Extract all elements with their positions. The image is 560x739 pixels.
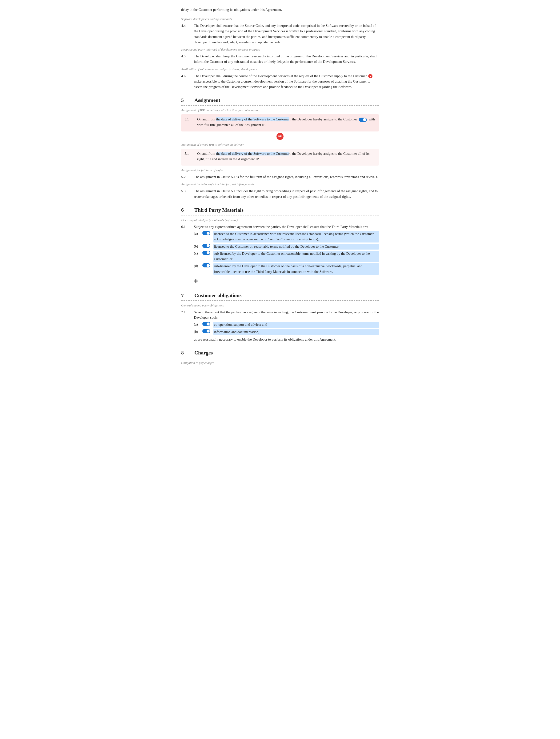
clause-5-2-number: 5.2 <box>181 174 191 180</box>
list-text-7a: co-operation, support and advice; and <box>214 322 379 328</box>
toggle-6-1c[interactable] <box>202 251 211 255</box>
list-label-d: (d) <box>194 263 200 269</box>
clause-7-1-content: Save to the extent that the parties have… <box>194 309 379 342</box>
clause-7-1-bottom: as are reasonably necessary to enable th… <box>194 337 379 342</box>
toggle-knob-7-1a <box>206 322 209 325</box>
clause-4-6: Availability of software to second party… <box>181 67 379 90</box>
clause-5-1-with: with <box>369 117 375 121</box>
list-item: (a) licensed to the Customer in accordan… <box>194 231 379 243</box>
intro-text: delay in the Customer performing its obl… <box>181 7 379 12</box>
list-item: (d) sub-licensed by the Developer to the… <box>194 263 379 275</box>
list-label-7b: (b) <box>194 329 200 334</box>
toggle-knob-6-1b <box>206 244 209 247</box>
clause-5-1-heading-a: Assignment of IPR on delivery with full … <box>181 108 379 113</box>
clause-5-2-heading: Assignment for full term of rights <box>181 168 379 173</box>
clause-6-1-heading: Licensing of third party materials (soft… <box>181 218 379 223</box>
clause-5-3-heading: Assignment includes right to claim for p… <box>181 182 379 187</box>
list-item: (b) licensed to the Customer on reasonab… <box>194 244 379 250</box>
list-label-b: (b) <box>194 244 200 249</box>
section-8-title: Charges <box>194 349 213 357</box>
section-5-title: Assignment <box>194 96 220 104</box>
section-7-heading: 7 Customer obligations <box>181 291 379 301</box>
clause-6-1-list: (a) licensed to the Customer in accordan… <box>194 231 379 275</box>
clause-4-6-text-after: make accessible to the Customer a curren… <box>194 80 370 89</box>
clause-5-2-text: The assignment in Clause 5.1 is for the … <box>194 174 379 180</box>
clause-6-1-intro: Subject to any express written agreement… <box>194 224 379 230</box>
red-dot-icon: ● <box>368 74 373 78</box>
clause-5-1-option-b-row: 5.1 On and from the date of delivery of … <box>184 151 376 162</box>
clause-5-2: Assignment for full term of rights 5.2 T… <box>181 168 379 180</box>
clause-7-1: General second party obligations 7.1 Sav… <box>181 303 379 342</box>
clause-5-3-text: The assignment in Clause 5.1 includes th… <box>194 188 379 199</box>
clause-5-3-number: 5.3 <box>181 188 191 194</box>
clause-5-1-number-a: 5.1 <box>184 117 194 122</box>
section-5-heading: 5 Assignment <box>181 96 379 106</box>
section-8-heading: 8 Charges <box>181 349 379 358</box>
toggle-6-1d[interactable] <box>202 263 211 267</box>
clause-6-1-row: 6.1 Subject to any express written agree… <box>181 224 379 285</box>
clause-5-1-heading-b: Assignment of owned IPR in software on d… <box>181 142 379 147</box>
section-8-number: 8 <box>181 349 189 357</box>
list-label-a: (a) <box>194 231 200 237</box>
clause-4-4-number: 4.4 <box>181 23 191 28</box>
clause-4-4-text: The Developer shall ensure that the Sour… <box>194 23 379 45</box>
clause-5-2-row: 5.2 The assignment in Clause 5.1 is for … <box>181 174 379 180</box>
clause-5-3-row: 5.3 The assignment in Clause 5.1 include… <box>181 188 379 199</box>
clause-4-5: Keep second party informed of developmen… <box>181 47 379 64</box>
clause-4-6-text-before: The Developer shall during the course of… <box>194 74 367 78</box>
or-badge: OR <box>181 133 379 140</box>
list-label-7a: (a) <box>194 322 200 327</box>
toggle-knob-5-1 <box>363 118 366 121</box>
clause-5-1-text-b: On and from the date of delivery of the … <box>197 151 376 162</box>
clause-4-4-row: 4.4 The Developer shall ensure that the … <box>181 23 379 45</box>
clause-4-5-number: 4.5 <box>181 54 191 59</box>
section-6-title: Third Party Materials <box>194 206 244 214</box>
clause-5-1-option-a: 5.1 On and from the date of delivery of … <box>181 114 379 132</box>
clause-5-1: Assignment of IPR on delivery with full … <box>181 108 379 166</box>
clause-4-5-text: The Developer shall keep the Customer re… <box>194 54 379 65</box>
clause-5-1-text-end-val: all of the Assignment IP. <box>231 123 266 127</box>
toggle-knob-6-1c <box>206 251 209 254</box>
clause-5-1-option-a-row: 5.1 On and from the date of delivery of … <box>184 117 376 128</box>
clause-4-6-number: 4.6 <box>181 73 191 79</box>
clause-5-1-text-before: On and from <box>197 117 215 121</box>
section-8-italic: Obligation to pay charges <box>181 360 379 365</box>
list-text-7b: information and documentation, <box>214 329 379 335</box>
clause-6-1: Licensing of third party materials (soft… <box>181 218 379 285</box>
section-5-number: 5 <box>181 96 189 104</box>
clause-4-4: Software development coding standards 4.… <box>181 17 379 45</box>
section-7-title: Customer obligations <box>194 291 242 299</box>
toggle-6-1a[interactable] <box>202 231 211 235</box>
list-label-c: (c) <box>194 251 200 256</box>
list-text-c: sub-licensed by the Developer to the Cus… <box>214 251 379 262</box>
list-item: (c) sub-licensed by the Developer to the… <box>194 251 379 262</box>
clause-6-1-content: Subject to any express written agreement… <box>194 224 379 285</box>
clause-7-1-row: 7.1 Save to the extent that the parties … <box>181 309 379 342</box>
toggle-7-1b[interactable] <box>202 329 211 333</box>
list-text-a: licensed to the Customer in accordance w… <box>214 231 379 243</box>
clause-5-1b-text-before: On and from <box>197 152 215 155</box>
toggle-7-1a[interactable] <box>202 322 211 326</box>
clause-4-5-row: 4.5 The Developer shall keep the Custome… <box>181 54 379 65</box>
add-item-button[interactable]: ✚ <box>194 278 198 285</box>
clause-5-1-highlight-1: the date of delivery of the Software to … <box>216 117 289 121</box>
clause-4-6-row: 4.6 The Developer shall during the cours… <box>181 73 379 90</box>
clause-5-1b-highlight: the date of delivery of the Software to … <box>216 152 289 155</box>
clause-4-6-heading: Availability of software to second party… <box>181 67 379 72</box>
clause-7-1-intro: Save to the extent that the parties have… <box>194 309 379 321</box>
list-text-b: licensed to the Customer on reasonable t… <box>214 244 379 250</box>
clause-5-1-text-mid: , the Developer hereby assigns to the Cu… <box>290 117 357 121</box>
toggle-knob-6-1d <box>206 264 209 267</box>
clause-5-3: Assignment includes right to claim for p… <box>181 182 379 199</box>
clause-7-1-heading: General second party obligations <box>181 303 379 308</box>
section-7-number: 7 <box>181 291 189 299</box>
clause-7-1-number: 7.1 <box>181 309 191 315</box>
toggle-5-1[interactable] <box>359 118 367 122</box>
clause-6-1-number: 6.1 <box>181 224 191 230</box>
clause-4-6-text: The Developer shall during the course of… <box>194 73 379 90</box>
clause-7-1-list: (a) co-operation, support and advice; an… <box>194 322 379 335</box>
list-text-d: sub-licensed by the Developer to the Cus… <box>214 263 379 275</box>
section-6-heading: 6 Third Party Materials <box>181 206 379 215</box>
section-6-number: 6 <box>181 206 189 214</box>
toggle-6-1b[interactable] <box>202 244 211 248</box>
